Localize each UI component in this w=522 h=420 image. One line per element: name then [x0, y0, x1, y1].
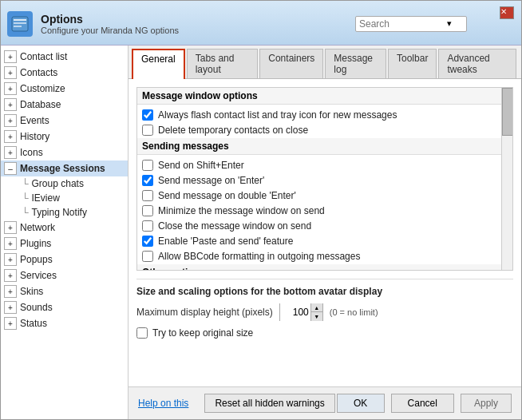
max-height-label: Maximum display height (pixels) — [136, 307, 273, 318]
checkbox-flash-contact[interactable] — [142, 109, 153, 121]
label-minimize-window: Minimize the message window on send — [158, 205, 325, 216]
sidebar-item-popups[interactable]: + Popups — [1, 252, 128, 267]
section-other-options: Other options — [137, 264, 512, 271]
label-close-window: Close the message window on send — [158, 220, 311, 232]
expander-icon[interactable]: + — [4, 50, 17, 63]
window-subtitle: Configure your Miranda NG options — [41, 26, 179, 35]
checkbox-send-shift-enter[interactable] — [142, 160, 153, 171]
sidebar-item-group-chats[interactable]: └ Group chats — [1, 176, 128, 191]
sidebar-item-status[interactable]: + Status — [1, 315, 128, 331]
search-dropdown-arrow[interactable]: ▾ — [447, 18, 452, 29]
checkbox-minimize-window[interactable] — [142, 205, 153, 216]
sidebar: + Contact list + Contacts + Customize + … — [1, 46, 129, 419]
close-button[interactable]: ✕ — [500, 6, 514, 19]
option-send-double-enter[interactable]: Send message on double 'Enter' — [137, 188, 512, 203]
sidebar-item-contact-list[interactable]: + Contact list — [1, 49, 128, 65]
max-height-spinner[interactable]: ▲ ▼ — [279, 303, 323, 321]
sidebar-item-services[interactable]: + Services — [1, 267, 128, 283]
expander-icon[interactable]: + — [4, 285, 17, 298]
expander-icon[interactable]: – — [4, 162, 17, 175]
tab-advanced-tweaks[interactable]: Advanced tweaks — [438, 49, 516, 78]
option-send-shift-enter[interactable]: Send on Shift+Enter — [137, 158, 512, 172]
tab-tabs-layout[interactable]: Tabs and layout — [187, 49, 259, 78]
checkbox-keep-original[interactable] — [136, 327, 148, 339]
option-paste-send[interactable]: Enable 'Paste and send' feature — [137, 234, 512, 248]
sidebar-item-contacts[interactable]: + Contacts — [1, 65, 128, 81]
sidebar-item-database[interactable]: + Database — [1, 97, 128, 113]
checkbox-send-enter[interactable] — [142, 175, 153, 186]
svg-rect-1 — [14, 19, 26, 21]
reset-button[interactable]: Reset all hidden warnings — [204, 394, 334, 413]
options-scroll-area[interactable]: Message window options Always flash cont… — [136, 87, 513, 271]
option-minimize-window[interactable]: Minimize the message window on send — [137, 204, 512, 218]
sidebar-item-network[interactable]: + Network — [1, 220, 128, 236]
expander-icon[interactable]: + — [4, 221, 17, 234]
tab-general[interactable]: General — [132, 49, 185, 79]
sidebar-item-icons[interactable]: + Icons — [1, 145, 128, 160]
max-height-hint: (0 = no limit) — [330, 307, 378, 317]
help-link[interactable]: Help on this — [138, 398, 188, 409]
option-bbcode[interactable]: Allow BBCode formatting in outgoing mess… — [137, 249, 512, 263]
option-keep-original[interactable]: Try to keep original size — [136, 326, 513, 340]
checkbox-delete-temp[interactable] — [142, 125, 153, 136]
scrollbar[interactable] — [501, 88, 512, 270]
ok-button[interactable]: OK — [337, 394, 385, 413]
max-height-input[interactable] — [280, 303, 310, 321]
expander-icon[interactable]: + — [4, 269, 17, 282]
app-icon — [7, 11, 33, 37]
label-paste-send: Enable 'Paste and send' feature — [158, 236, 293, 247]
tab-message-log[interactable]: Message log — [325, 49, 386, 78]
sidebar-item-sounds[interactable]: + Sounds — [1, 299, 128, 315]
checkbox-close-window[interactable] — [142, 220, 153, 232]
expander-icon[interactable]: + — [4, 301, 17, 314]
window-title: Options — [41, 13, 179, 26]
expander-icon[interactable]: + — [4, 82, 17, 95]
svg-rect-3 — [14, 26, 22, 27]
checkbox-paste-send[interactable] — [142, 236, 153, 247]
svg-rect-2 — [14, 22, 26, 24]
tabs-bar: General Tabs and layout Containers Messa… — [129, 46, 521, 79]
option-flash-contact[interactable]: Always flash contact list and tray icon … — [137, 108, 512, 122]
sidebar-item-history[interactable]: + History — [1, 129, 128, 145]
sidebar-item-plugins[interactable]: + Plugins — [1, 236, 128, 252]
expander-icon[interactable]: + — [4, 237, 17, 250]
cancel-button[interactable]: Cancel — [391, 394, 454, 413]
expander-icon[interactable]: + — [4, 146, 17, 159]
section-sending-messages: Sending messages — [137, 138, 512, 155]
expander-icon[interactable]: + — [4, 98, 17, 111]
label-send-enter: Send message on 'Enter' — [158, 175, 264, 186]
label-keep-original: Try to keep original size — [152, 327, 253, 339]
search-box[interactable]: ▾ — [355, 16, 467, 32]
option-delete-temp[interactable]: Delete temporary contacts on close — [137, 123, 512, 137]
checkbox-send-double-enter[interactable] — [142, 190, 153, 201]
label-send-double-enter: Send message on double 'Enter' — [158, 190, 296, 201]
tab-toolbar[interactable]: Toolbar — [388, 49, 437, 78]
spinner-up[interactable]: ▲ — [311, 303, 322, 312]
label-flash-contact: Always flash contact list and tray icon … — [158, 109, 397, 121]
checkbox-bbcode[interactable] — [142, 251, 153, 262]
expander-icon[interactable]: + — [4, 253, 17, 266]
sidebar-item-customize[interactable]: + Customize — [1, 81, 128, 97]
main-panel: Message window options Always flash cont… — [129, 79, 521, 386]
sidebar-item-message-sessions[interactable]: – Message Sessions — [1, 160, 128, 176]
sidebar-item-typing-notify[interactable]: └ Typing Notify — [1, 205, 128, 220]
label-send-shift-enter: Send on Shift+Enter — [158, 160, 244, 171]
spinner-down[interactable]: ▼ — [311, 312, 322, 321]
apply-button[interactable]: Apply — [461, 394, 512, 413]
option-close-window[interactable]: Close the message window on send — [137, 219, 512, 233]
label-delete-temp: Delete temporary contacts on close — [158, 125, 308, 136]
search-input[interactable] — [359, 18, 447, 30]
sidebar-item-skins[interactable]: + Skins — [1, 283, 128, 299]
label-bbcode: Allow BBCode formatting in outgoing mess… — [158, 251, 360, 262]
sidebar-item-ieview[interactable]: └ IEview — [1, 191, 128, 205]
expander-icon[interactable]: + — [4, 317, 17, 330]
size-section-title: Size and scaling options for the bottom … — [136, 286, 513, 297]
footer: Help on this Reset all hidden warnings O… — [129, 386, 521, 419]
sidebar-item-events[interactable]: + Events — [1, 113, 128, 129]
expander-icon[interactable]: + — [4, 114, 17, 127]
option-send-enter[interactable]: Send message on 'Enter' — [137, 173, 512, 188]
scrollbar-thumb[interactable] — [502, 88, 513, 136]
tab-containers[interactable]: Containers — [259, 49, 323, 78]
expander-icon[interactable]: + — [4, 66, 17, 79]
expander-icon[interactable]: + — [4, 130, 17, 143]
